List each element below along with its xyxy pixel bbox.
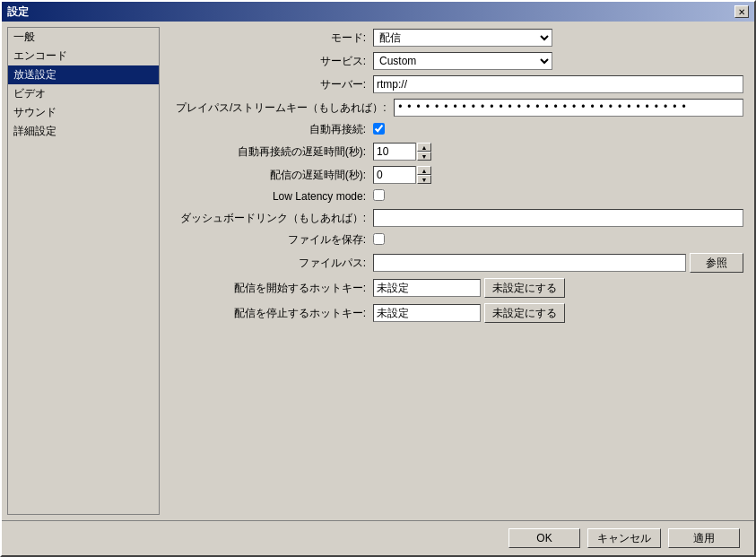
savefile-control <box>373 233 678 248</box>
stophotkey-control: 未設定 未設定にする <box>373 303 678 323</box>
lowlatency-control <box>373 189 678 204</box>
starthotkey-display: 未設定 <box>373 279 481 297</box>
filepath-row: ファイルパス: 参照 <box>176 253 743 273</box>
sidebar-item-encode[interactable]: エンコード <box>8 47 159 65</box>
sidebar-item-broadcast[interactable]: 放送設定 <box>8 65 159 84</box>
starthotkey-label: 配信を開始するホットキー: <box>176 281 373 296</box>
broadcastdelay-down-btn[interactable]: ▼ <box>417 175 431 184</box>
reconnectdelay-spinner-btns: ▲ ▼ <box>417 143 431 161</box>
stophotkey-row: 配信を停止するホットキー: 未設定 未設定にする <box>176 303 743 323</box>
stophotkey-display: 未設定 <box>373 304 481 322</box>
broadcastdelay-row: 配信の遅延時間(秒): ▲ ▼ <box>176 166 743 184</box>
dialog-body: 一般 エンコード 放送設定 ビデオ サウンド 詳細設定 モード: 配信 <box>2 22 754 520</box>
filepath-control: 参照 <box>373 253 743 273</box>
browse-button[interactable]: 参照 <box>690 253 743 273</box>
streamkey-input[interactable] <box>394 99 743 117</box>
sidebar-item-general[interactable]: 一般 <box>8 28 159 47</box>
dashboard-input[interactable] <box>373 209 743 227</box>
broadcastdelay-label: 配信の遅延時間(秒): <box>176 168 373 183</box>
dashboard-label: ダッシュボードリンク（もしあれば）: <box>176 211 373 226</box>
settings-dialog: 設定 ✕ 一般 エンコード 放送設定 ビデオ サウンド 詳細設定 モード: 配信 <box>0 0 756 557</box>
lowlatency-checkbox[interactable] <box>373 189 385 201</box>
stophotkey-row-inner: 未設定 未設定にする <box>373 303 678 323</box>
broadcastdelay-input[interactable] <box>373 166 416 184</box>
ok-button[interactable]: OK <box>508 528 580 548</box>
main-content: モード: 配信 サービス: Custom <box>165 22 754 520</box>
sidebar: 一般 エンコード 放送設定 ビデオ サウンド 詳細設定 <box>7 27 160 515</box>
close-button[interactable]: ✕ <box>734 5 749 18</box>
dashboard-control <box>373 209 743 227</box>
broadcastdelay-spinner-btns: ▲ ▼ <box>417 166 431 184</box>
broadcastdelay-up-btn[interactable]: ▲ <box>417 166 431 175</box>
title-bar: 設定 ✕ <box>2 2 754 22</box>
dialog-footer: OK キャンセル 適用 <box>2 520 754 555</box>
mode-select[interactable]: 配信 <box>373 29 552 47</box>
filepath-input[interactable] <box>373 254 686 272</box>
savefile-checkbox[interactable] <box>373 233 385 245</box>
starthotkey-control: 未設定 未設定にする <box>373 278 678 298</box>
server-input[interactable] <box>373 75 743 93</box>
autoreconnect-label: 自動再接続: <box>176 122 373 137</box>
autoreconnect-control <box>373 123 678 137</box>
lowlatency-row: Low Latency mode: <box>176 189 743 204</box>
autoreconnect-checkbox[interactable] <box>373 123 385 135</box>
lowlatency-label: Low Latency mode: <box>176 190 373 203</box>
reconnectdelay-label: 自動再接続の遅延時間(秒): <box>176 144 373 160</box>
reconnectdelay-row: 自動再接続の遅延時間(秒): ▲ ▼ <box>176 143 743 161</box>
filepath-label: ファイルパス: <box>176 256 373 271</box>
filepath-row-inner: 参照 <box>373 253 743 273</box>
sidebar-item-video[interactable]: ビデオ <box>8 84 159 103</box>
mode-control: 配信 <box>373 29 678 47</box>
form-area: モード: 配信 サービス: Custom <box>176 29 743 513</box>
stophotkey-clear-button[interactable]: 未設定にする <box>484 303 565 323</box>
server-label: サーバー: <box>176 77 373 92</box>
streamkey-row: プレイパス/ストリームキー（もしあれば）: <box>176 99 743 117</box>
mode-label: モード: <box>176 30 373 46</box>
streamkey-control <box>394 99 743 117</box>
service-control: Custom <box>373 52 678 70</box>
stophotkey-label: 配信を停止するホットキー: <box>176 306 373 321</box>
sidebar-item-sound[interactable]: サウンド <box>8 103 159 122</box>
reconnectdelay-down-btn[interactable]: ▼ <box>417 152 431 161</box>
cancel-button[interactable]: キャンセル <box>587 528 661 548</box>
reconnectdelay-up-btn[interactable]: ▲ <box>417 143 431 152</box>
dashboard-row: ダッシュボードリンク（もしあれば）: <box>176 209 743 227</box>
starthotkey-clear-button[interactable]: 未設定にする <box>484 278 565 298</box>
sidebar-item-advanced[interactable]: 詳細設定 <box>8 122 159 141</box>
reconnectdelay-spinner: ▲ ▼ <box>373 143 678 161</box>
starthotkey-row: 配信を開始するホットキー: 未設定 未設定にする <box>176 278 743 298</box>
broadcastdelay-spinner: ▲ ▼ <box>373 166 678 184</box>
reconnectdelay-input[interactable] <box>373 143 416 161</box>
server-control <box>373 75 743 93</box>
service-row: サービス: Custom <box>176 52 743 70</box>
mode-row: モード: 配信 <box>176 29 743 47</box>
savefile-row: ファイルを保存: <box>176 232 743 248</box>
savefile-label: ファイルを保存: <box>176 232 373 248</box>
service-label: サービス: <box>176 54 373 69</box>
streamkey-label: プレイパス/ストリームキー（もしあれば）: <box>176 100 394 116</box>
server-row: サーバー: <box>176 75 743 93</box>
service-select[interactable]: Custom <box>373 52 552 70</box>
reconnectdelay-control: ▲ ▼ <box>373 143 678 161</box>
broadcastdelay-control: ▲ ▼ <box>373 166 678 184</box>
dialog-title: 設定 <box>7 4 29 20</box>
apply-button[interactable]: 適用 <box>668 528 740 548</box>
starthotkey-row-inner: 未設定 未設定にする <box>373 278 678 298</box>
autoreconnect-row: 自動再接続: <box>176 122 743 137</box>
